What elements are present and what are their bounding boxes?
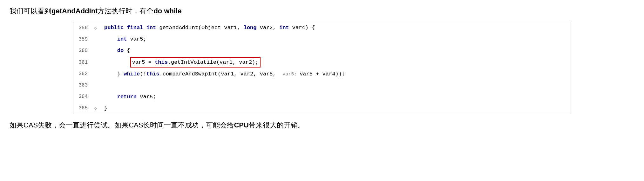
breakpoint-358: ◇ xyxy=(91,25,100,31)
code-line-362: 362 } while(!this.compareAndSwapInt(var1… xyxy=(73,68,571,80)
main-container: 我们可以看到getAndAddInt方法执行时，有个do while 358 ◇… xyxy=(0,0,644,181)
top-text-dowhile: do while xyxy=(153,7,181,15)
code-content-362: } while(!this.compareAndSwapInt(var1, va… xyxy=(100,70,571,78)
top-text-prefix: 我们可以看到 xyxy=(10,7,51,15)
code-block: 358 ◇ public final int getAndAddInt(Obje… xyxy=(73,22,571,114)
top-text-mid: 方法执行时，有个 xyxy=(98,7,153,15)
bottom-text-cpu: CPU xyxy=(234,121,248,129)
line-number-365: 365 xyxy=(73,105,91,111)
code-content-360: do { xyxy=(100,46,571,55)
breakpoint-icon-358: ◇ xyxy=(94,26,97,31)
code-content-358: public final int getAndAddInt(Object var… xyxy=(100,23,571,32)
bottom-text-part2: 带来很大的开销。 xyxy=(249,121,305,129)
line-number-362: 362 xyxy=(73,71,91,77)
code-line-365: 365 ◇ } xyxy=(73,102,571,114)
code-content-361: var5 = this.getIntVolatile(var1, var2); xyxy=(100,57,571,68)
code-line-358: 358 ◇ public final int getAndAddInt(Obje… xyxy=(73,22,571,34)
code-line-364: 364 return var5; xyxy=(73,91,571,102)
code-content-364: return var5; xyxy=(100,93,571,101)
line-number-364: 364 xyxy=(73,94,91,100)
code-content-363 xyxy=(100,81,571,90)
line-number-359: 359 xyxy=(73,36,91,42)
bottom-description: 如果CAS失败，会一直进行尝试。如果CAS长时间一直不成功，可能会给CPU带来很… xyxy=(10,120,634,130)
code-content-359: int var5; xyxy=(100,35,571,43)
code-line-361: 361 var5 = this.getIntVolatile(var1, var… xyxy=(73,56,571,68)
line-number-361: 361 xyxy=(73,60,91,65)
code-content-365: } xyxy=(100,104,571,113)
breakpoint-365: ◇ xyxy=(91,105,100,111)
code-line-363: 363 xyxy=(73,80,571,91)
line-number-360: 360 xyxy=(73,48,91,54)
bottom-text-part1: 如果CAS失败，会一直进行尝试。如果CAS长时间一直不成功，可能会给 xyxy=(10,121,234,129)
highlighted-code-361: var5 = this.getIntVolatile(var1, var2); xyxy=(130,57,261,68)
top-text-method: getAndAddInt xyxy=(51,7,98,15)
line-number-363: 363 xyxy=(73,82,91,88)
code-line-359: 359 int var5; xyxy=(73,34,571,45)
line-number-358: 358 xyxy=(73,25,91,31)
code-line-360: 360 do { xyxy=(73,45,571,56)
breakpoint-icon-365: ◇ xyxy=(94,106,97,111)
top-description: 我们可以看到getAndAddInt方法执行时，有个do while xyxy=(10,6,634,16)
